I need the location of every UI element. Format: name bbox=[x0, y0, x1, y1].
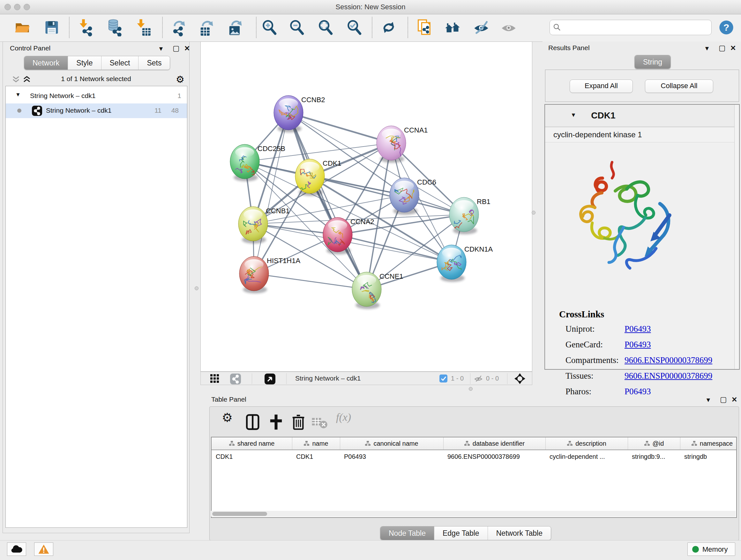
add-column-icon[interactable] bbox=[268, 414, 284, 430]
table-cell[interactable]: CDK1 bbox=[212, 450, 292, 463]
network-collection-row[interactable]: ▼ String Network – cdk1 1 bbox=[6, 89, 187, 104]
save-session-icon[interactable] bbox=[44, 18, 60, 37]
tab-select[interactable]: Select bbox=[102, 56, 139, 70]
protein-section-header[interactable]: ▼ CDK1 bbox=[545, 105, 739, 127]
horizontal-splitter-handle[interactable] bbox=[469, 387, 473, 391]
panel-menu-icon[interactable]: ▼ bbox=[704, 45, 710, 51]
apply-layout-icon[interactable] bbox=[381, 18, 397, 37]
panel-menu-icon[interactable]: ▼ bbox=[158, 46, 164, 52]
tree-expander-icon[interactable]: ▼ bbox=[15, 91, 21, 98]
network-node-CCNA1[interactable]: CCNA1 bbox=[377, 126, 428, 163]
panel-float-icon[interactable]: ▢ bbox=[719, 44, 726, 52]
table-cell[interactable]: cyclin-dependent ... bbox=[545, 450, 628, 463]
import-table-file-icon[interactable] bbox=[135, 18, 151, 37]
network-graph[interactable]: CCNB2CCNA1CDC25BCDK1CDC6RB1CCNB1CCNA2CDK… bbox=[201, 42, 532, 371]
column-header-shared-name[interactable]: shared name bbox=[212, 437, 292, 449]
column-label: shared name bbox=[238, 440, 275, 447]
search-input[interactable] bbox=[564, 21, 709, 34]
network-node-RB1[interactable]: RB1 bbox=[449, 197, 490, 234]
zoom-out-icon[interactable] bbox=[288, 18, 305, 37]
network-node-CDC6[interactable]: CDC6 bbox=[390, 178, 436, 215]
network-node-CCNE1[interactable]: CCNE1 bbox=[352, 272, 403, 309]
table-cell[interactable]: P06493 bbox=[340, 450, 443, 463]
column-header-canonical-name[interactable]: canonical name bbox=[340, 437, 443, 449]
export-network-icon[interactable] bbox=[171, 18, 187, 37]
tab-string[interactable]: String bbox=[635, 55, 670, 69]
network-options-gear-icon[interactable]: ⚙ bbox=[176, 74, 185, 85]
panel-close-icon[interactable]: ✕ bbox=[184, 45, 190, 52]
import-network-database-icon[interactable] bbox=[106, 18, 123, 37]
selected-checkbox-icon[interactable] bbox=[440, 374, 448, 382]
network-node-CDKN1A[interactable]: CDKN1A bbox=[437, 245, 493, 282]
network-edge[interactable] bbox=[338, 235, 452, 262]
panel-close-icon[interactable]: ✕ bbox=[731, 396, 737, 403]
help-icon[interactable]: ? bbox=[718, 18, 735, 37]
export-image-icon[interactable] bbox=[226, 18, 243, 37]
zoom-selected-icon[interactable] bbox=[346, 18, 362, 37]
table-horizontal-scrollbar[interactable] bbox=[211, 511, 736, 516]
network-edge[interactable] bbox=[254, 113, 288, 273]
network-edge[interactable] bbox=[288, 113, 391, 143]
tab-network[interactable]: Network bbox=[24, 56, 68, 70]
import-network-file-icon[interactable] bbox=[77, 18, 94, 37]
table-settings-gear-icon[interactable]: ⚙ bbox=[222, 411, 239, 427]
column-header--id[interactable]: @id bbox=[628, 437, 680, 449]
delete-table-icon[interactable] bbox=[311, 414, 328, 430]
first-neighbors-icon[interactable] bbox=[444, 18, 461, 37]
delete-column-icon[interactable] bbox=[290, 414, 307, 430]
grid-mode-icon[interactable] bbox=[210, 374, 220, 384]
tab-sets[interactable]: Sets bbox=[138, 56, 170, 70]
column-header-database-identifier[interactable]: database identifier bbox=[443, 437, 545, 449]
crosshair-icon[interactable] bbox=[514, 373, 526, 384]
protein-section: ▼ CDK1 cyclin-dependent kinase 1 bbox=[544, 104, 740, 370]
table-cell[interactable]: 9606.ENSP00000378699 bbox=[443, 450, 545, 463]
tab-style[interactable]: Style bbox=[68, 56, 101, 70]
collapse-all-button[interactable]: Collapse All bbox=[645, 79, 713, 93]
network-node-CCNA2[interactable]: CCNA2 bbox=[323, 217, 374, 254]
warning-button[interactable] bbox=[34, 543, 53, 556]
network-node-CDC25B[interactable]: CDC25B bbox=[230, 144, 285, 181]
cloud-button[interactable] bbox=[7, 543, 26, 556]
network-node-CCNB2[interactable]: CCNB2 bbox=[274, 96, 325, 132]
memory-button[interactable]: Memory bbox=[687, 543, 735, 556]
table-cell[interactable]: stringdb:9... bbox=[628, 450, 680, 463]
panel-close-icon[interactable]: ✕ bbox=[730, 45, 736, 52]
open-session-icon[interactable] bbox=[14, 18, 30, 37]
panel-float-icon[interactable]: ▢ bbox=[173, 45, 180, 52]
panel-float-icon[interactable]: ▢ bbox=[720, 396, 727, 403]
network-node-HIST1H1A[interactable]: HIST1H1A bbox=[239, 256, 300, 294]
tab-node-table[interactable]: Node Table bbox=[381, 526, 434, 540]
scrollbar-thumb[interactable] bbox=[212, 512, 267, 516]
network-canvas[interactable]: CCNB2CCNA1CDC25BCDK1CDC6RB1CCNB1CCNA2CDK… bbox=[200, 42, 532, 372]
column-header-namespace[interactable]: namespace bbox=[680, 437, 737, 449]
network-edge[interactable] bbox=[254, 273, 367, 289]
table-cell[interactable]: stringdb bbox=[680, 450, 737, 463]
clone-network-icon[interactable] bbox=[416, 18, 433, 37]
panel-menu-icon[interactable]: ▼ bbox=[705, 397, 711, 403]
left-splitter-handle[interactable] bbox=[195, 287, 199, 290]
share-view-icon[interactable] bbox=[230, 374, 241, 384]
hide-selected-eye-icon[interactable] bbox=[473, 18, 489, 37]
show-all-eye-icon[interactable] bbox=[500, 18, 517, 37]
results-scrollbar[interactable] bbox=[734, 105, 739, 369]
crosslink-value-link[interactable]: 9606.ENSP00000378699 bbox=[624, 355, 712, 365]
export-table-icon[interactable] bbox=[198, 18, 214, 37]
table-row[interactable]: CDK1CDK1P064939606.ENSP00000378699cyclin… bbox=[212, 450, 736, 463]
zoom-in-icon[interactable] bbox=[261, 18, 278, 37]
birdseye-export-icon[interactable] bbox=[265, 374, 275, 384]
hidden-eye-icon[interactable] bbox=[474, 374, 483, 384]
crosslink-value-link[interactable]: P06493 bbox=[624, 340, 651, 349]
function-builder-icon[interactable]: f(x) bbox=[336, 411, 353, 428]
tab-network-table[interactable]: Network Table bbox=[488, 526, 551, 540]
tab-edge-table[interactable]: Edge Table bbox=[434, 526, 488, 540]
network-row-selected[interactable]: String Network – cdk1 11 48 bbox=[6, 104, 187, 118]
table-cell[interactable]: CDK1 bbox=[292, 450, 340, 463]
right-splitter-handle[interactable] bbox=[532, 211, 536, 214]
column-selector-icon[interactable] bbox=[245, 414, 261, 430]
column-header-description[interactable]: description bbox=[545, 437, 628, 449]
crosslink-value-link[interactable]: 9606.ENSP00000378699 bbox=[624, 371, 712, 381]
zoom-fit-icon[interactable] bbox=[317, 18, 334, 37]
column-header-name[interactable]: name bbox=[292, 437, 340, 449]
crosslink-value-link[interactable]: P06493 bbox=[624, 324, 651, 334]
expand-all-button[interactable]: Expand All bbox=[569, 79, 633, 93]
